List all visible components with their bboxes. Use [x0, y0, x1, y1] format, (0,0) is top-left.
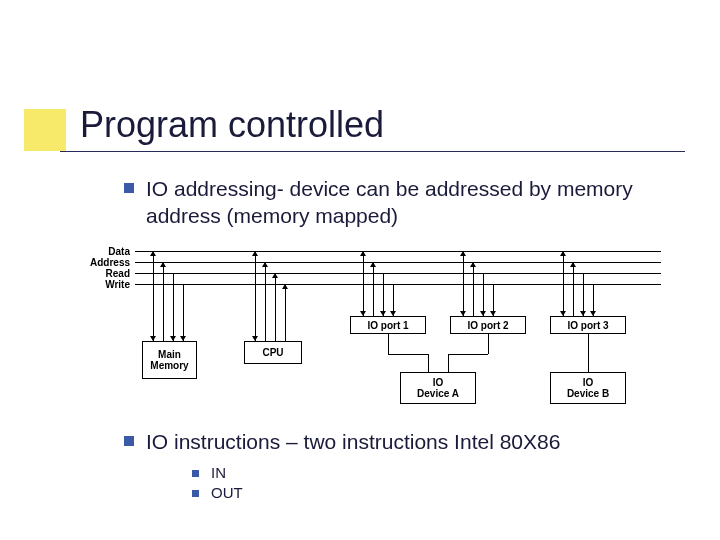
- bullet-text: IO instructions – two instructions Intel…: [146, 428, 560, 455]
- bus-line-address: [135, 262, 661, 263]
- bus-line-data: [135, 251, 661, 252]
- bullet-icon: [124, 436, 134, 446]
- block-io-device-b: IO Device B: [550, 372, 626, 404]
- bullet-icon: [124, 183, 134, 193]
- subbullet-text: OUT: [211, 484, 243, 501]
- signal-data: Data: [80, 246, 130, 257]
- block-main-memory: Main Memory: [142, 341, 197, 379]
- signal-write: Write: [80, 279, 130, 290]
- subbullet-text: IN: [211, 464, 226, 481]
- block-io-port-2: IO port 2: [450, 316, 526, 334]
- block-io-port-3: IO port 3: [550, 316, 626, 334]
- bullet-io-addressing: IO addressing- device can be addressed b…: [124, 175, 684, 230]
- block-io-device-a: IO Device A: [400, 372, 476, 404]
- bus-diagram: Data Address Read Write: [80, 246, 670, 418]
- title-underline: [60, 151, 685, 152]
- bullet-io-instructions: IO instructions – two instructions Intel…: [124, 428, 704, 455]
- subbullet-out: OUT: [192, 484, 243, 501]
- subbullet-in: IN: [192, 464, 226, 481]
- signal-read: Read: [80, 268, 130, 279]
- signal-labels: Data Address Read Write: [80, 246, 130, 290]
- accent-square: [24, 109, 66, 151]
- signal-address: Address: [80, 257, 130, 268]
- block-cpu: CPU: [244, 341, 302, 364]
- slide-title: Program controlled: [80, 104, 384, 146]
- block-io-port-1: IO port 1: [350, 316, 426, 334]
- bullet-icon: [192, 490, 199, 497]
- bullet-text: IO addressing- device can be addressed b…: [146, 175, 684, 230]
- bullet-icon: [192, 470, 199, 477]
